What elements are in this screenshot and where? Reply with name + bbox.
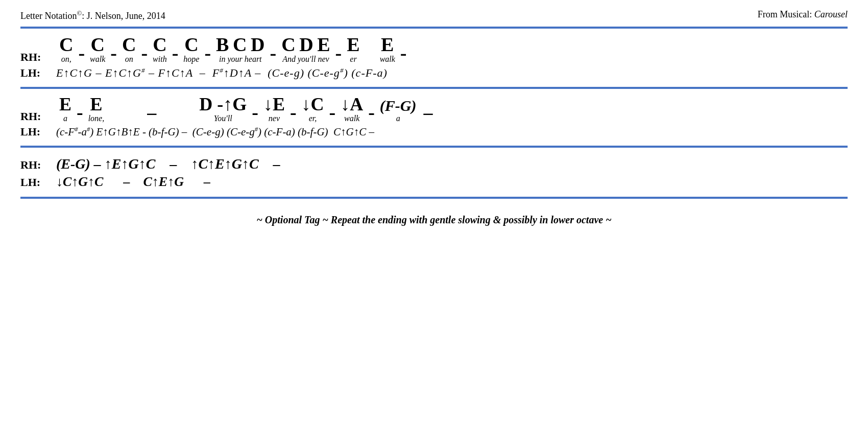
blue-line-3 <box>20 146 848 148</box>
section3-lh-content: ↓C↑G↑C – C↑E↑G – <box>51 174 210 190</box>
note-e-walk: E walk <box>380 35 395 64</box>
section1-lh-content: E↑C↑G – E↑C↑G# – F↑C↑A – F#↑D↑A – (C-e-g… <box>51 66 388 79</box>
note-down-e-nev: ↓E nev <box>263 95 285 123</box>
section3-lh-label: LH: <box>20 176 51 189</box>
section1-lh-row: LH: E↑C↑G – E↑C↑G# – F↑C↑A – F#↑D↑A – (C… <box>20 66 848 79</box>
note-d-uparrow-g: D -↑G You'll <box>199 95 247 123</box>
section2-rh-row: RH: E a - E lone, – D -↑G You'll - <box>20 95 848 123</box>
note-fg-a: (F-G) a <box>380 98 417 123</box>
section2-rh-notes: E a - E lone, – D -↑G You'll - ↓E ne <box>51 95 437 123</box>
note-e-er: E er <box>347 35 359 64</box>
section1-rh-label: RH: <box>20 51 51 64</box>
section-2: RH: E a - E lone, – D -↑G You'll - <box>20 92 848 143</box>
footer-text: ~ Optional Tag ~ Repeat the ending with … <box>256 214 611 225</box>
section1-rh-row: RH: C on, - C walk - C on - C <box>20 35 848 64</box>
footer-optional-tag: ~ Optional Tag ~ Repeat the ending with … <box>20 214 848 226</box>
section2-lh-label: LH: <box>20 125 51 138</box>
header-attribution: Letter Notation©: J. Nelson, June, 2014 <box>20 9 165 21</box>
dash-1: - <box>78 41 85 64</box>
section1-lh-label: LH: <box>20 66 51 80</box>
copyright-symbol: © <box>77 9 82 17</box>
note-c-hope: C hope <box>183 35 199 64</box>
note-e-lone: E lone, <box>88 95 105 123</box>
note-bcd-inyourheart: B C D in your heart <box>216 35 264 64</box>
section2-rh-label: RH: <box>20 110 51 123</box>
section3-rh-label: RH: <box>20 158 51 172</box>
section2-lh-content: (c-F#-a#) E↑G↑B↑E - (b-f-G) – (C-e-g) (C… <box>51 126 374 138</box>
note-c-on2: C on <box>122 35 136 64</box>
section2-lh-row: LH: (c-F#-a#) E↑G↑B↑E - (b-f-G) – (C-e-g… <box>20 125 848 138</box>
section-3: RH: (E-G) – ↑E↑G↑C – ↑C↑E↑G↑C – LH: ↓C↑G… <box>20 151 848 194</box>
section3-rh-row: RH: (E-G) – ↑E↑G↑C – ↑C↑E↑G↑C – <box>20 156 848 172</box>
note-down-a-walk: ↓A walk <box>341 95 363 123</box>
from-musical-label: From Musical: <box>758 9 814 19</box>
note-e-a: E a <box>59 95 71 123</box>
note-c-on: C on, <box>59 35 73 64</box>
letter-notation-label: Letter Notation <box>20 11 77 21</box>
musical-title: Carousel <box>814 9 848 19</box>
note-down-c-er: ↓C er, <box>302 95 324 123</box>
note-c-with: C with <box>153 35 167 64</box>
section3-rh-content: (E-G) – ↑E↑G↑C – ↑C↑E↑G↑C – <box>51 156 280 172</box>
section-1: RH: C on, - C walk - C on - C <box>20 32 848 84</box>
top-blue-line-2 <box>20 87 848 89</box>
note-c-walk: C walk <box>90 35 105 64</box>
page-header: Letter Notation©: J. Nelson, June, 2014 … <box>20 9 848 21</box>
note-cde-andyoullnev: C D E And you'll nev <box>281 35 330 64</box>
blue-line-bottom <box>20 197 848 199</box>
top-blue-line-1 <box>20 27 848 29</box>
author-info: : J. Nelson, June, 2014 <box>82 11 165 21</box>
section3-lh-row: LH: ↓C↑G↑C – C↑E↑G – <box>20 174 848 190</box>
header-source: From Musical: Carousel <box>758 9 848 20</box>
section1-rh-notes: C on, - C walk - C on - C with - <box>51 35 409 64</box>
